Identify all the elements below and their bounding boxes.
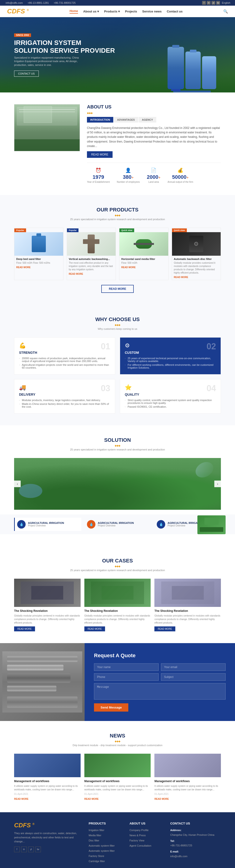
product-img-3 — [120, 232, 168, 256]
hero-section: SINCE 2002 IRRIGATION SYSTEMSOLUTION SER… — [0, 17, 235, 92]
language-selector[interactable]: English — [222, 1, 230, 4]
quote-section: Request A Quote Send Message — [0, 643, 235, 721]
footer-link-irrigation[interactable]: Irrigation filter — [89, 829, 104, 832]
product-name-2: Vertical automatic backwashing... — [67, 256, 116, 261]
facebook-icon[interactable]: f — [202, 1, 206, 5]
slider-next-btn[interactable]: › — [214, 480, 221, 487]
solution-thumb-1-text: AGRICULTURAL IRRIGATION Project Overview — [28, 522, 64, 527]
solution-thumb-2-title: AGRICULTURAL IRRIGATION — [98, 522, 134, 524]
quote-message-input[interactable] — [94, 683, 226, 700]
news-date-1: 01-April-2021 — [14, 793, 80, 795]
cases-title: OUR CASES — [14, 558, 221, 564]
case-btn-2[interactable]: READ MORE — [85, 626, 105, 631]
quality-icon: ⭐ — [125, 384, 216, 391]
why-list-1: 20000 square metres of production park, … — [19, 356, 110, 370]
twitter-icon[interactable]: tw — [216, 1, 220, 5]
quote-form: Send Message — [94, 663, 226, 712]
about-stats: ⏰ 1979 Year of Establishment 👤 380+ Numb… — [87, 162, 221, 183]
footer-link-agent[interactable]: Agent Consultation — [130, 844, 152, 847]
nav-contact[interactable]: Contact us — [167, 10, 182, 13]
quote-row-2 — [94, 673, 226, 681]
about-readmore-btn[interactable]: READ MORE — [87, 151, 112, 158]
product-link-4[interactable]: READ MORE — [172, 275, 221, 280]
footer-products-links: Irrigation filter Media filter Disc filt… — [89, 828, 123, 863]
product-desc-1: Flow: 500 m3/h Flow: 500 m3/hs — [14, 261, 63, 265]
why-number-3: 03 — [101, 384, 110, 393]
news-desc-2: It utilizes water supply system or pipin… — [85, 784, 151, 791]
footer-contact-title: CONTACT US — [170, 822, 221, 825]
footer-tel-value: +86-731-86801725 — [170, 843, 221, 848]
footer-link-factory[interactable]: Factory Store — [89, 855, 104, 858]
search-icon[interactable]: 🔍 — [223, 9, 228, 13]
nav-products[interactable]: Products ▾ — [104, 10, 120, 13]
case-card-3: The Shocking Revelation Globally modular… — [155, 579, 221, 631]
quote-row-1 — [94, 663, 226, 671]
footer: CDFS ® They are always used in construct… — [0, 812, 235, 868]
nav-home[interactable]: Home — [70, 9, 78, 13]
stat-output-label: Annual output of the firm — [168, 181, 193, 183]
why-list-item: 20000 square metres of production park, … — [19, 356, 110, 363]
products-readmore-btn[interactable]: READ MORE — [101, 285, 133, 293]
solution-slider: ‹ › — [14, 458, 221, 510]
footer-twitter-icon[interactable]: tw — [35, 846, 41, 852]
hero-title: IRRIGATION SYSTEMSOLUTION SERVICE PROVID… — [14, 39, 115, 55]
footer-email-label: E-mail: — [170, 850, 179, 853]
news-readmore-1[interactable]: READ MORE — [14, 798, 28, 800]
quote-name-input[interactable] — [94, 663, 159, 671]
nav-service[interactable]: Service news — [142, 10, 162, 13]
footer-link-auto[interactable]: Automatic system filter — [89, 844, 115, 847]
footer-link-news[interactable]: News & Press — [130, 834, 146, 837]
stat-employees: 👤 380+ Number of employees — [117, 167, 140, 183]
quote-subject-input[interactable] — [161, 673, 226, 681]
footer-facebook-icon[interactable]: f — [14, 846, 20, 852]
phone2-link[interactable]: +86-731-88001725 — [54, 1, 75, 4]
footer-link-cartridge[interactable]: Cartridge filter — [89, 860, 105, 863]
products-header: OUR PRODUCTS ◆◆◆ 25 years specialized in… — [14, 207, 221, 221]
tab-agency[interactable]: AGENCY — [139, 117, 156, 123]
cases-subtitle: 25 years specialized in irrigation syste… — [14, 569, 221, 571]
nav-projects[interactable]: Projects — [125, 10, 137, 13]
footer-youtube-icon[interactable]: yt — [28, 846, 34, 852]
quote-send-btn[interactable]: Send Message — [94, 703, 128, 712]
footer-link-factory-view[interactable]: Factory View — [130, 839, 144, 842]
quote-pipes — [2, 651, 82, 713]
social-icons: f in yt tw — [202, 1, 220, 5]
solution-pump-image — [197, 516, 226, 534]
product-name-3: Horizontal sand media filter — [120, 256, 168, 261]
case-desc-1: Globally modular principles centered in … — [14, 614, 80, 624]
youtube-icon[interactable]: yt — [211, 1, 215, 5]
product-link-3[interactable]: READ MORE — [120, 265, 168, 270]
slider-prev-btn[interactable]: ‹ — [14, 480, 21, 487]
product-link-2[interactable]: READ MORE — [67, 271, 116, 277]
nav-about[interactable]: About us ▾ — [83, 10, 99, 13]
case-card-2: The Shocking Revelation Globally modular… — [85, 579, 151, 631]
tab-advantages[interactable]: ADVANTAGES — [114, 117, 138, 123]
cases-section: OUR CASES ◆◆◆ 25 years specialized in ir… — [0, 546, 235, 643]
why-title-1: STRENGTH — [19, 351, 110, 354]
footer-linkedin-icon[interactable]: in — [21, 846, 27, 852]
news-readmore-2[interactable]: READ MORE — [85, 798, 99, 800]
footer-tel-label: Tel: — [170, 840, 175, 842]
footer-link-auto2[interactable]: Automatic system filter — [89, 849, 115, 852]
products-subtitle: 25 years specialized in irrigation syste… — [14, 218, 221, 221]
solution-thumb-1[interactable]: 💧 AGRICULTURAL IRRIGATION Project Overvi… — [14, 518, 81, 531]
linkedin-icon[interactable]: in — [207, 1, 210, 5]
why-list-item: Passed ISO9001, CE certification. — [125, 405, 216, 409]
solution-thumb-2[interactable]: 💧 AGRICULTURAL IRRIGATION Project Overvi… — [85, 518, 151, 531]
footer-link-profile[interactable]: Company Profile — [130, 829, 148, 832]
phone1-link[interactable]: +86-13-8881-1281 — [28, 1, 49, 4]
footer-link-disc[interactable]: Disc filter — [89, 839, 99, 842]
products-title: OUR PRODUCTS — [14, 207, 221, 213]
footer-link-media[interactable]: Media filter — [89, 834, 101, 837]
quote-email-input[interactable] — [161, 663, 226, 671]
news-readmore-3[interactable]: READ MORE — [155, 798, 169, 800]
case-btn-1[interactable]: READ MORE — [14, 626, 35, 631]
email-link[interactable]: info@cdfs.com — [6, 1, 23, 4]
quote-phone-input[interactable] — [94, 673, 159, 681]
product-link-1[interactable]: READ MORE — [14, 265, 63, 270]
tab-introduction[interactable]: INTRODUCTION — [87, 117, 113, 123]
hero-contact-btn[interactable]: CONTACT US — [14, 70, 39, 77]
why-strength: 01 💪 STRENGTH 20000 square metres of pro… — [14, 337, 115, 374]
case-btn-3[interactable]: READ MORE — [155, 626, 175, 631]
quote-title: Request A Quote — [94, 653, 226, 659]
